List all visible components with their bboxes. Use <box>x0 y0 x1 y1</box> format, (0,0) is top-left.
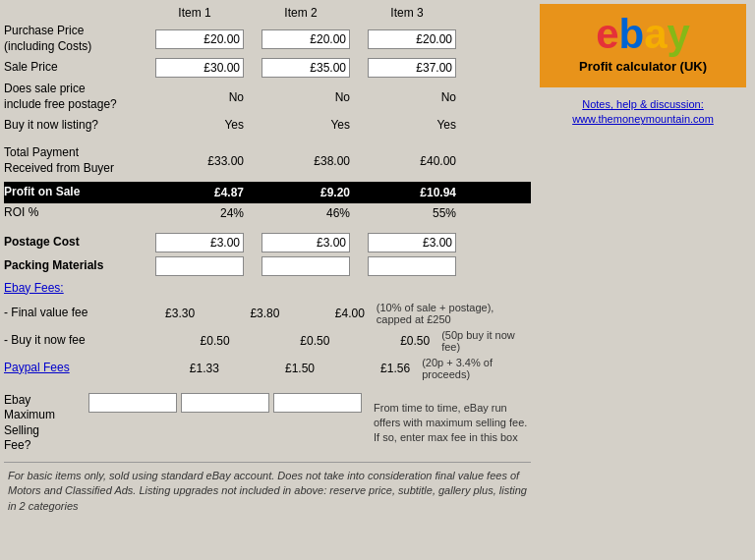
sale-price-item3-input[interactable]: £37.00 <box>368 58 456 78</box>
ebay-fees-label: Ebay Fees: <box>4 281 142 297</box>
postage-cost-label: Postage Cost <box>4 235 142 251</box>
free-postage-item3: No <box>354 90 460 104</box>
paypal-fees-link[interactable]: Paypal Fees <box>4 361 70 374</box>
ebay-logo-a: a <box>644 11 667 57</box>
paypal-fees-item1: £1.33 <box>128 362 223 375</box>
packing-item3-input[interactable] <box>368 256 456 276</box>
final-value-label: - Final value fee <box>4 306 114 321</box>
notes-text: Notes, help & discussion: <box>572 97 714 112</box>
postage-cost-item2-cell[interactable]: £3.00 <box>248 233 354 252</box>
purchase-price-row: Purchase Price(including Costs) £20.00 £… <box>4 22 531 56</box>
sale-price-item2-input[interactable]: £35.00 <box>261 58 350 78</box>
paypal-fees-label: Paypal Fees <box>4 361 128 376</box>
packing-item1-cell[interactable] <box>142 256 248 276</box>
roi-item3: 55% <box>354 206 460 220</box>
max-selling-item3-input[interactable] <box>273 393 362 413</box>
buy-now-item2: Yes <box>248 118 354 132</box>
total-payment-label: Total PaymentReceived from Buyer <box>4 145 142 176</box>
max-selling-note: From time to time, eBay run offers with … <box>374 401 531 446</box>
paypal-note: (20p + 3.4% of proceeds) <box>422 357 531 380</box>
max-selling-item2-cell[interactable] <box>181 393 273 413</box>
max-selling-item1-input[interactable] <box>88 393 177 413</box>
ebay-logo: ebay <box>596 14 690 55</box>
profit-item3: £10.94 <box>354 186 460 199</box>
ebay-logo-e: e <box>596 11 618 57</box>
sale-price-item1-input[interactable]: £30.00 <box>155 58 244 78</box>
roi-row: ROI % 24% 46% 55% <box>4 203 531 223</box>
profit-label: Profit on Sale <box>4 185 142 200</box>
packing-item2-input[interactable] <box>261 256 350 276</box>
buy-now-row: Buy it now listing? Yes Yes Yes <box>4 114 531 136</box>
ebay-logo-b: b <box>618 11 644 57</box>
final-value-item2: £3.80 <box>199 307 283 320</box>
packing-item1-input[interactable] <box>155 256 244 276</box>
buy-now-fee-item1: £0.50 <box>134 334 234 348</box>
purchase-price-item1-input[interactable]: £20.00 <box>155 29 244 49</box>
col-header-item3: Item 3 <box>354 6 460 20</box>
packing-label: Packing Materials <box>4 258 142 274</box>
notes-link[interactable]: Notes, help & discussion: www.themoneymo… <box>572 97 714 128</box>
sale-price-label: Sale Price <box>4 60 142 76</box>
final-value-item3: £4.00 <box>283 307 368 320</box>
packing-item2-cell[interactable] <box>248 256 354 276</box>
paypal-fees-item2: £1.50 <box>223 362 319 375</box>
packing-item3-cell[interactable] <box>354 256 460 276</box>
col-header-item2: Item 2 <box>248 6 354 20</box>
profit-calc-label: Profit calculator (UK) <box>579 59 707 82</box>
buy-now-item3: Yes <box>354 118 460 132</box>
free-postage-label: Does sale priceinclude free postage? <box>4 82 142 112</box>
postage-cost-row: Postage Cost £3.00 £3.00 £3.00 <box>4 231 531 254</box>
purchase-price-item1-cell[interactable]: £20.00 <box>142 29 248 49</box>
sale-price-item2-cell[interactable]: £35.00 <box>248 58 354 78</box>
purchase-price-label: Purchase Price(including Costs) <box>4 24 142 54</box>
final-value-item1: £3.30 <box>114 307 199 320</box>
max-selling-item1-cell[interactable] <box>88 393 181 413</box>
total-payment-item3: £40.00 <box>354 154 460 168</box>
free-postage-row: Does sale priceinclude free postage? No … <box>4 80 531 114</box>
total-payment-item2: £38.00 <box>248 154 354 168</box>
postage-cost-item1-input[interactable]: £3.00 <box>155 233 244 252</box>
max-selling-row: Ebay Maximum SellingFee? From time to ti… <box>4 390 531 456</box>
buy-now-item1: Yes <box>142 118 248 132</box>
free-postage-item1: No <box>142 90 248 104</box>
postage-cost-item1-cell[interactable]: £3.00 <box>142 233 248 252</box>
sale-price-row: Sale Price £30.00 £35.00 £37.00 <box>4 56 531 80</box>
notes-url[interactable]: www.themoneymountain.com <box>572 112 714 127</box>
buy-now-fee-note: (50p buy it now fee) <box>441 329 531 353</box>
final-value-row: - Final value fee £3.30 £3.80 £4.00 (10%… <box>4 300 531 327</box>
purchase-price-item3-input[interactable]: £20.00 <box>368 29 456 49</box>
final-value-note: (10% of sale + postage), capped at £250 <box>377 302 531 325</box>
max-selling-item3-cell[interactable] <box>273 393 366 413</box>
paypal-fees-item3: £1.56 <box>319 362 414 375</box>
ebay-fees-row: Ebay Fees: <box>4 278 531 300</box>
purchase-price-item3-cell[interactable]: £20.00 <box>354 29 460 49</box>
postage-cost-item3-cell[interactable]: £3.00 <box>354 233 460 252</box>
free-postage-item2: No <box>248 90 354 104</box>
buy-now-fee-item2: £0.50 <box>234 334 334 348</box>
sale-price-item3-cell[interactable]: £37.00 <box>354 58 460 78</box>
right-panel: ebay Profit calculator (UK) Notes, help … <box>535 4 751 516</box>
buy-now-fee-row: - Buy it now fee £0.50 £0.50 £0.50 (50p … <box>4 327 531 355</box>
purchase-price-item2-cell[interactable]: £20.00 <box>248 29 354 49</box>
disclaimer-text: For basic items only, sold using standar… <box>4 462 531 516</box>
buy-now-fee-item3: £0.50 <box>333 334 434 348</box>
sale-price-item1-cell[interactable]: £30.00 <box>142 58 248 78</box>
purchase-price-item2-input[interactable]: £20.00 <box>261 29 350 49</box>
ebay-logo-y: y <box>668 11 690 57</box>
profit-row: Profit on Sale £4.87 £9.20 £10.94 <box>4 182 531 203</box>
total-payment-item1: £33.00 <box>142 154 248 168</box>
postage-cost-item3-input[interactable]: £3.00 <box>368 233 456 252</box>
paypal-fees-row: Paypal Fees £1.33 £1.50 £1.56 (20p + 3.4… <box>4 355 531 382</box>
profit-item2: £9.20 <box>248 186 354 199</box>
packing-row: Packing Materials <box>4 254 531 278</box>
profit-item1: £4.87 <box>142 186 248 199</box>
max-selling-label: Ebay Maximum SellingFee? <box>4 393 88 454</box>
roi-label: ROI % <box>4 205 142 221</box>
ebay-logo-box: ebay Profit calculator (UK) <box>540 4 746 87</box>
roi-item2: 46% <box>248 206 354 220</box>
max-selling-item2-input[interactable] <box>181 393 269 413</box>
postage-cost-item2-input[interactable]: £3.00 <box>261 233 350 252</box>
ebay-fees-link[interactable]: Ebay Fees: <box>4 281 64 295</box>
buy-now-label: Buy it now listing? <box>4 118 142 134</box>
col-header-item1: Item 1 <box>142 6 248 20</box>
